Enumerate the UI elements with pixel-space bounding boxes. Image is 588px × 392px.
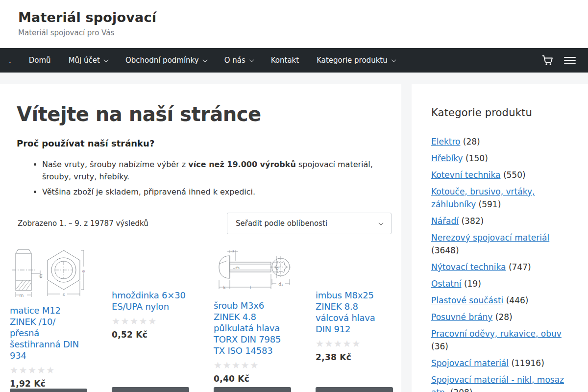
sidebar-heading: Kategorie produktu — [431, 107, 568, 119]
category-count: (550) — [503, 170, 526, 180]
category-link[interactable]: Hřebíky — [431, 153, 463, 163]
nav-menu-item[interactable]: Kontakt — [262, 48, 308, 73]
product-title-link[interactable]: matice M12 ZINEK /10/ přesná šestihranná… — [10, 305, 87, 361]
hex-nut-technical-drawing-image: m d₁ s e — [10, 246, 87, 299]
nav-menu: . Domů Můj účet Obchodní podmínky O nás … — [0, 48, 404, 73]
category-link[interactable]: Elektro — [431, 137, 460, 147]
sort-selected-option: Seřadit podle oblíbenosti — [236, 219, 327, 228]
category-link[interactable]: Nerezový spojovací materiál — [431, 233, 549, 243]
sort-select[interactable]: Seřadit podle oblíbenosti — [227, 213, 392, 234]
product-title-link[interactable]: imbus M8x25 ZINEK 8.8 válcová hlava DIN … — [316, 290, 393, 335]
category-link[interactable]: Kotevní technika — [431, 170, 501, 180]
category-count: (382) — [461, 216, 484, 226]
cart-icon — [542, 55, 553, 66]
product-image[interactable]: m d₁ s e — [10, 246, 87, 299]
main-content: Vítejte na naší stránce Proč používat na… — [0, 84, 401, 392]
svg-text:m: m — [20, 293, 24, 298]
category-item: Pracovní oděvy, rukavice, obuv (36) — [431, 327, 568, 353]
category-list: Elektro (28) Hřebíky (150) Kotevní techn… — [431, 135, 568, 392]
star-rating: ★★★★★ — [10, 365, 87, 375]
category-link[interactable]: Nářadí — [431, 216, 459, 226]
category-count: (36) — [431, 342, 448, 351]
nav-menu-item[interactable]: Obchodní podmínky — [117, 48, 216, 73]
category-count: (3648) — [431, 245, 459, 255]
category-item: Spojovací materiál (11916) — [431, 357, 568, 369]
page-title: Vítejte na naší stránce — [17, 103, 392, 125]
chevron-down-icon — [103, 57, 108, 62]
category-item: Plastové součásti (446) — [431, 294, 568, 307]
star-rating: ★★★★★ — [316, 338, 393, 349]
category-link[interactable]: Plastové součásti — [431, 295, 503, 305]
nav-menu-item[interactable]: . — [0, 48, 20, 73]
product-image[interactable]: m d₁ s e — [112, 246, 189, 284]
category-count: (150) — [466, 153, 488, 163]
product-image[interactable]: m d₁ s e — [316, 246, 393, 284]
category-count: (747) — [509, 262, 531, 272]
nav-menu-item[interactable]: O nás — [216, 48, 262, 73]
bullet-item: Naše vruty, šrouby nabízíme výběr z více… — [42, 158, 392, 183]
add-to-cart-button[interactable] — [10, 389, 87, 392]
svg-text:d₁: d₁ — [278, 282, 283, 287]
category-link[interactable]: Ostatní — [431, 279, 461, 289]
category-item: Nerezový spojovací materiál (3648) — [431, 231, 568, 257]
svg-text:l: l — [250, 285, 251, 290]
add-to-cart-button[interactable] — [316, 387, 393, 392]
product-title-link[interactable]: hmoždinka 6×30 ES/UPA nylon — [112, 290, 189, 312]
nav-menu-item[interactable]: Domů — [20, 48, 60, 73]
page-layout: Vítejte na naší stránce Proč používat na… — [0, 73, 588, 392]
category-link[interactable]: Nýtovací technika — [431, 262, 506, 272]
product-card: m d₁ s e — [112, 246, 189, 392]
svg-text:d: d — [274, 267, 279, 270]
category-item: Kotouče, brusivo, vrtáky, záhlubníky (59… — [431, 185, 568, 211]
category-item: Hřebíky (150) — [431, 152, 568, 165]
category-item: Nářadí (382) — [431, 215, 568, 227]
product-card: m d₁ s e — [214, 246, 291, 392]
svg-text:d₁: d₁ — [38, 273, 43, 278]
chevron-down-icon — [379, 220, 384, 225]
category-link[interactable]: Posuvné brány — [431, 312, 492, 322]
product-title-link[interactable]: šroub M3x6 ZINEK 4.8 půlkulatá hlava TOR… — [214, 300, 291, 356]
category-count: (19) — [464, 279, 481, 289]
svg-text:r₁: r₁ — [236, 265, 240, 270]
site-title[interactable]: Materiál spojovací — [18, 10, 588, 25]
category-count: (11916) — [511, 358, 544, 368]
category-item: Ostatní (19) — [431, 277, 568, 290]
category-item: Kotevní technika (550) — [431, 169, 568, 181]
category-count: (591) — [479, 199, 501, 209]
site-tagline: Materiál spojovací pro Vás — [18, 28, 588, 37]
chevron-down-icon — [202, 57, 207, 62]
svg-text:e: e — [81, 270, 86, 273]
bullet-item: Většina zboží je skladem, připravená ihn… — [42, 186, 392, 198]
category-item: Spojovací materiál - nikl, mosaz atp. (2… — [431, 373, 568, 392]
add-to-cart-button[interactable] — [214, 387, 291, 392]
add-to-cart-button[interactable] — [112, 387, 189, 392]
product-image[interactable]: m d₁ s e — [214, 246, 291, 294]
product-price: 0,40 Kč — [214, 374, 291, 384]
why-heading: Proč používat naší stránku? — [17, 138, 392, 148]
category-link[interactable]: Pracovní oděvy, rukavice, obuv — [431, 329, 562, 339]
main-navigation: . Domů Můj účet Obchodní podmínky O nás … — [0, 48, 588, 73]
cart-button[interactable] — [536, 48, 559, 73]
category-link[interactable]: Spojovací materiál — [431, 358, 509, 368]
chevron-down-icon — [249, 57, 254, 62]
results-count: Zobrazeno 1. – 9. z 19787 výsledků — [18, 219, 148, 228]
category-item: Elektro (28) — [431, 135, 568, 148]
svg-text:s: s — [63, 292, 65, 297]
nav-menu-item[interactable]: Můj účet — [60, 48, 117, 73]
menu-toggle-button[interactable] — [559, 48, 581, 73]
sidebar: Kategorie produktu Elektro (28) Hřebíky … — [412, 84, 588, 392]
product-price: 1,92 Kč — [10, 379, 87, 389]
category-count: (446) — [506, 295, 529, 305]
intro-bullet-list: Naše vruty, šrouby nabízíme výběr z více… — [10, 158, 392, 198]
nav-right-icons — [536, 48, 588, 73]
product-card: m d₁ s e — [10, 246, 87, 392]
svg-text:a: a — [231, 248, 234, 253]
product-price: 0,52 Kč — [112, 330, 189, 340]
star-rating: ★★★★★ — [214, 360, 291, 370]
star-rating: ★★★★★ — [112, 316, 189, 326]
category-count: (28) — [463, 137, 480, 147]
nav-menu-item[interactable]: Kategorie produktu — [308, 48, 404, 73]
category-item: Nýtovací technika (747) — [431, 261, 568, 273]
product-card: m d₁ s e — [316, 246, 393, 392]
category-item: Posuvné brány (28) — [431, 311, 568, 323]
